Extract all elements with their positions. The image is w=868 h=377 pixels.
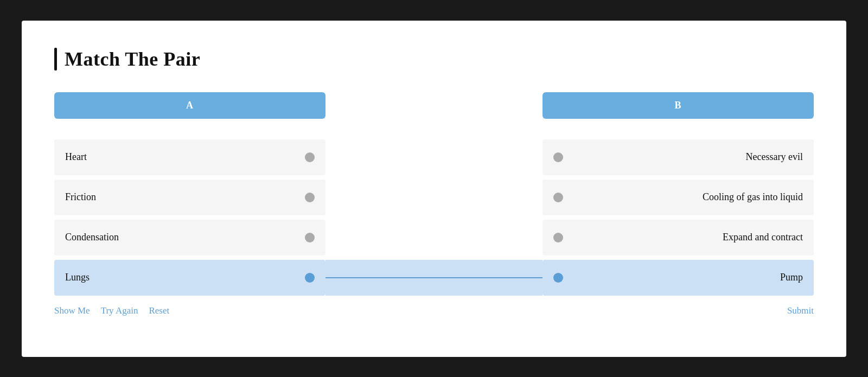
right-dot-cooling[interactable] bbox=[553, 193, 563, 202]
left-label-lungs: Lungs bbox=[65, 272, 90, 283]
column-a-header-wrapper: A bbox=[54, 92, 326, 119]
right-label-cooling: Cooling of gas into liquid bbox=[703, 191, 803, 203]
left-row-condensation[interactable]: Condensation bbox=[54, 220, 326, 255]
column-a-header: A bbox=[54, 92, 326, 119]
right-label-necessary-evil: Necessary evil bbox=[746, 151, 803, 163]
left-dot-lungs-blue[interactable] bbox=[305, 273, 315, 283]
left-action-buttons: Show Me Try Again Reset bbox=[54, 305, 169, 316]
right-dot-necessary-evil[interactable] bbox=[553, 152, 563, 162]
right-label-pump: Pump bbox=[780, 272, 803, 283]
connector-line bbox=[326, 277, 542, 278]
title-accent-bar bbox=[54, 48, 57, 71]
right-dot-pump-blue[interactable] bbox=[553, 273, 563, 283]
title-section: Match The Pair bbox=[54, 48, 814, 71]
right-row-expand-contract[interactable]: Expand and contract bbox=[542, 220, 814, 255]
column-b-header: B bbox=[542, 92, 814, 119]
left-label-heart: Heart bbox=[65, 151, 87, 163]
left-label-condensation: Condensation bbox=[65, 232, 119, 243]
left-column-rows: Heart Friction Condensation bbox=[54, 135, 326, 255]
connected-row-lungs-pump[interactable]: Lungs Pump bbox=[54, 260, 814, 296]
right-dot-expand-contract[interactable] bbox=[553, 233, 563, 242]
header-spacer bbox=[326, 92, 542, 119]
right-row-necessary-evil[interactable]: Necessary evil bbox=[542, 139, 814, 175]
connected-left-lungs[interactable]: Lungs bbox=[54, 260, 326, 296]
right-label-expand-contract: Expand and contract bbox=[723, 232, 803, 243]
connector-space-unmatched bbox=[326, 135, 542, 255]
left-dot-heart[interactable] bbox=[305, 152, 315, 162]
left-dot-friction[interactable] bbox=[305, 193, 315, 202]
page-title: Match The Pair bbox=[65, 48, 200, 71]
reset-button[interactable]: Reset bbox=[149, 305, 169, 316]
column-b-header-wrapper: B bbox=[542, 92, 814, 119]
rows-area: Heart Friction Condensation Necessary ev… bbox=[54, 135, 814, 255]
left-dot-condensation[interactable] bbox=[305, 233, 315, 242]
left-row-heart[interactable]: Heart bbox=[54, 139, 326, 175]
right-column-rows: Necessary evil Cooling of gas into liqui… bbox=[542, 135, 814, 255]
column-headers: A B bbox=[54, 92, 814, 119]
connected-right-pump[interactable]: Pump bbox=[542, 260, 814, 296]
try-again-button[interactable]: Try Again bbox=[101, 305, 138, 316]
main-container: Match The Pair A B Heart Friction Conden… bbox=[22, 21, 846, 357]
submit-button[interactable]: Submit bbox=[787, 305, 814, 316]
show-me-button[interactable]: Show Me bbox=[54, 305, 90, 316]
bottom-actions: Show Me Try Again Reset Submit bbox=[54, 305, 814, 316]
right-row-cooling[interactable]: Cooling of gas into liquid bbox=[542, 180, 814, 215]
left-label-friction: Friction bbox=[65, 191, 96, 203]
left-row-friction[interactable]: Friction bbox=[54, 180, 326, 215]
connection-line-segment bbox=[326, 260, 542, 296]
